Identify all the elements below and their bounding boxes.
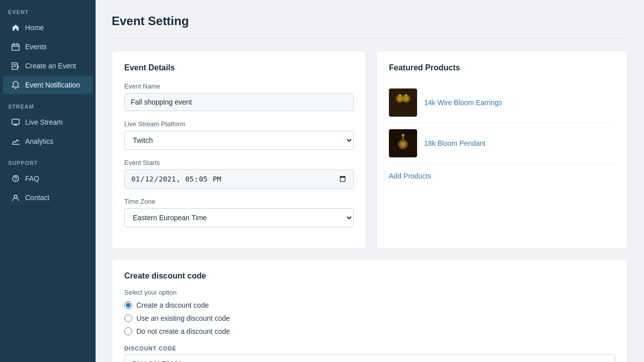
svg-point-10	[399, 94, 401, 96]
sidebar-item-event-notification-label: Event Notification	[25, 81, 80, 89]
faq-icon	[11, 174, 20, 183]
product-item-2: 18k Bloom Pendant	[389, 123, 615, 164]
svg-point-9	[404, 96, 409, 101]
notification-icon	[11, 80, 20, 89]
timezone-select[interactable]: Eastern European Time Eastern Standard T…	[124, 208, 354, 227]
platform-group: Live Stream Platform Twitch YouTube Face…	[124, 120, 354, 150]
sidebar-section-support: SUPPORT	[0, 151, 96, 169]
home-icon	[11, 23, 20, 32]
sidebar-item-events[interactable]: Events	[3, 38, 93, 56]
svg-point-11	[405, 94, 407, 96]
create-icon	[11, 61, 20, 70]
product-thumbnail-2	[389, 129, 417, 157]
earrings-image	[393, 93, 413, 113]
sidebar-item-home[interactable]: Home	[3, 19, 93, 37]
product-name-2[interactable]: 18k Bloom Pendant	[424, 139, 486, 147]
svg-point-16	[402, 134, 405, 137]
event-starts-group: Event Starts	[124, 159, 354, 189]
sidebar-item-analytics[interactable]: Analytics	[3, 132, 93, 150]
sidebar: EVENT Home Events Create an Event	[0, 0, 96, 362]
top-grid: Event Details Event Name Live Stream Pla…	[112, 51, 628, 249]
sidebar-item-live-stream[interactable]: Live Stream	[3, 113, 93, 131]
radio-create-discount[interactable]: Create a discount code	[124, 301, 615, 309]
featured-products-title: Featured Products	[389, 63, 615, 72]
event-details-card: Event Details Event Name Live Stream Pla…	[112, 51, 366, 249]
sidebar-item-contact-label: Contact	[25, 194, 49, 202]
event-name-group: Event Name	[124, 82, 354, 111]
event-details-title: Event Details	[124, 63, 354, 72]
sidebar-item-analytics-label: Analytics	[25, 137, 53, 145]
add-products-link[interactable]: Add Products	[389, 172, 615, 180]
svg-point-4	[15, 180, 16, 180]
radio-none-label: Do not create a discount code	[136, 327, 230, 335]
featured-products-card: Featured Products 14k Wire Bloom Earring…	[376, 51, 628, 249]
event-name-label: Event Name	[124, 82, 354, 90]
radio-create-input[interactable]	[124, 301, 132, 309]
sidebar-item-contact[interactable]: Contact	[3, 189, 93, 207]
platform-select[interactable]: Twitch YouTube Facebook Instagram	[124, 131, 354, 150]
divider	[112, 38, 628, 39]
platform-label: Live Stream Platform	[124, 120, 354, 128]
sidebar-item-create-event[interactable]: Create an Event	[3, 57, 93, 75]
svg-rect-2	[12, 119, 19, 124]
timezone-label: Time Zone	[124, 198, 354, 205]
timezone-group: Time Zone Eastern European Time Eastern …	[124, 198, 354, 227]
radio-none-input[interactable]	[124, 327, 132, 335]
sidebar-item-event-notification[interactable]: Event Notification	[3, 76, 93, 94]
events-icon	[11, 42, 20, 51]
main-content: Event Setting Event Details Event Name L…	[96, 0, 644, 362]
sidebar-item-faq[interactable]: FAQ	[3, 169, 93, 188]
event-starts-label: Event Starts	[124, 159, 354, 166]
discount-code-card: Create discount code Select your option …	[112, 259, 628, 362]
analytics-icon	[11, 137, 20, 146]
event-starts-input[interactable]	[124, 169, 354, 189]
svg-rect-0	[12, 44, 19, 50]
sidebar-item-faq-label: FAQ	[25, 174, 39, 183]
sidebar-section-stream: STREAM	[0, 95, 96, 113]
discount-code-input[interactable]	[124, 354, 615, 362]
page-title: Event Setting	[112, 14, 628, 28]
pendant-image	[393, 133, 413, 153]
product-item-1: 14k Wire Bloom Earrings	[389, 82, 615, 123]
sidebar-section-event: EVENT	[0, 0, 96, 18]
sidebar-item-create-event-label: Create an Event	[25, 62, 76, 70]
event-name-input[interactable]	[124, 93, 354, 111]
discount-radio-group: Create a discount code Use an existing d…	[124, 301, 615, 335]
sidebar-item-live-stream-label: Live Stream	[25, 118, 63, 126]
product-thumbnail-1	[389, 88, 417, 117]
svg-point-5	[14, 195, 17, 198]
contact-icon	[11, 193, 20, 202]
radio-existing-discount[interactable]: Use an existing discount code	[124, 314, 615, 322]
stream-icon	[11, 118, 20, 127]
radio-create-label: Create a discount code	[136, 301, 209, 309]
product-name-1[interactable]: 14k Wire Bloom Earrings	[424, 99, 502, 107]
svg-point-7	[397, 96, 403, 101]
discount-code-label: DISCOUNT CODE	[124, 345, 615, 351]
radio-existing-input[interactable]	[124, 314, 132, 322]
sidebar-item-events-label: Events	[25, 43, 47, 51]
svg-point-14	[401, 142, 405, 146]
radio-existing-label: Use an existing discount code	[136, 314, 230, 322]
radio-no-discount[interactable]: Do not create a discount code	[124, 327, 615, 335]
select-option-label: Select your option	[124, 289, 615, 296]
sidebar-item-home-label: Home	[25, 24, 44, 32]
discount-code-title: Create discount code	[124, 272, 615, 281]
